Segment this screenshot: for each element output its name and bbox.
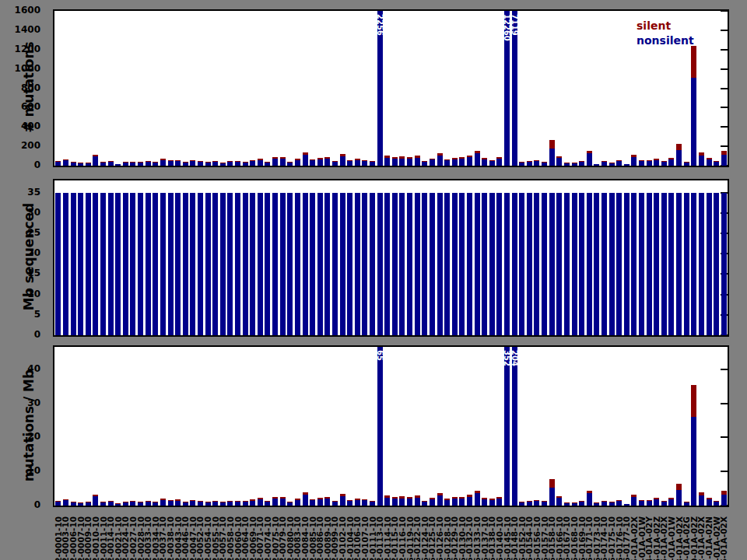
bar-silent [654, 498, 659, 499]
bar-nonsilent [287, 163, 293, 166]
bar-silent [310, 499, 315, 500]
bar-nonsilent [355, 500, 360, 506]
bar-silent [691, 385, 696, 417]
bar-nonsilent [190, 193, 195, 335]
bar-nonsilent [168, 193, 174, 335]
bar-nonsilent [475, 153, 480, 166]
bar-nonsilent [108, 502, 114, 506]
bar-silent [198, 161, 203, 162]
bar-nonsilent [108, 193, 114, 335]
bar-nonsilent [287, 193, 293, 335]
bar-value-label: 65 [375, 350, 384, 361]
bar-nonsilent [489, 193, 495, 335]
bar-nonsilent [235, 502, 240, 506]
bar-nonsilent [317, 159, 323, 166]
bar-silent [212, 161, 218, 162]
bar-nonsilent [153, 163, 158, 166]
bar-silent [459, 497, 465, 499]
bar-silent [93, 155, 98, 156]
bar-nonsilent [63, 193, 68, 335]
bar-nonsilent [384, 498, 390, 506]
bar-nonsilent [699, 495, 704, 506]
bar-nonsilent [324, 159, 330, 166]
bar-nonsilent [609, 193, 615, 335]
bar-silent [317, 158, 323, 159]
bar-silent [160, 159, 166, 160]
bar-nonsilent [280, 193, 286, 335]
bar-silent [721, 151, 727, 155]
bar-nonsilent [235, 193, 240, 335]
bar-nonsilent [542, 163, 547, 166]
y-tick-mark-right [721, 30, 728, 31]
bar-nonsilent [496, 499, 502, 506]
bar-nonsilent [86, 193, 91, 335]
bar-nonsilent [130, 163, 135, 166]
bar-nonsilent [377, 345, 383, 506]
bar-silent [482, 498, 487, 499]
bar-silent [684, 162, 689, 163]
bar-nonsilent [691, 193, 696, 335]
bar-silent [549, 479, 555, 488]
bar-silent [317, 498, 323, 499]
bar-nonsilent [668, 193, 674, 335]
bar-nonsilent [639, 501, 644, 506]
bar-silent [631, 155, 637, 157]
bar-nonsilent [86, 163, 91, 166]
bar-nonsilent [407, 159, 412, 166]
bar-nonsilent [707, 499, 712, 506]
bar-silent [422, 161, 427, 162]
bar-silent [71, 162, 76, 163]
bar-silent [572, 163, 577, 163]
bar-nonsilent [227, 162, 233, 166]
bar-nonsilent [534, 193, 539, 335]
y-tick-mark-right [721, 49, 728, 51]
bar-nonsilent [676, 150, 682, 166]
bar-nonsilent [399, 159, 405, 166]
bar-nonsilent [721, 193, 727, 335]
bar-nonsilent [317, 499, 323, 506]
bar-nonsilent [205, 502, 211, 506]
bar-silent [707, 498, 712, 499]
y-tick-mark-right [721, 68, 728, 70]
bar-nonsilent [444, 500, 450, 506]
bar-silent [370, 161, 375, 162]
bar-silent [63, 499, 68, 500]
bar-nonsilent [138, 193, 143, 335]
bar-silent [407, 157, 412, 159]
bar-nonsilent [78, 163, 83, 166]
bar-silent [100, 502, 106, 502]
bar-nonsilent [384, 158, 390, 166]
bar-nonsilent [579, 193, 584, 335]
bar-nonsilent [55, 162, 61, 166]
bar-nonsilent [714, 502, 719, 506]
panel-mb-sequenced [53, 179, 729, 337]
bar-nonsilent [71, 193, 76, 335]
bar-nonsilent [489, 500, 495, 506]
bar-silent [86, 163, 91, 163]
bar-nonsilent [115, 193, 121, 335]
y-tick-label: 0 [0, 329, 40, 340]
bar-value-label: 204 [510, 350, 519, 366]
bar-silent [415, 156, 420, 158]
bar-nonsilent [459, 159, 465, 166]
bar-silent [332, 161, 338, 162]
bar-nonsilent [437, 495, 443, 506]
bar-nonsilent [265, 163, 270, 166]
bar-nonsilent [467, 193, 472, 335]
bar-silent [459, 157, 465, 159]
bar-nonsilent [340, 193, 345, 335]
bar-nonsilent [601, 502, 607, 506]
bar-silent [183, 502, 188, 502]
bar-nonsilent [190, 501, 195, 506]
bar-silent [527, 501, 532, 502]
bar-nonsilent [138, 502, 143, 506]
bar-nonsilent [430, 499, 435, 506]
bar-silent [475, 151, 480, 153]
bar-silent [489, 499, 495, 500]
bar-nonsilent [654, 499, 659, 506]
bar-nonsilent [475, 493, 480, 506]
bar-nonsilent [310, 193, 315, 335]
y-tick-label: 200 [0, 140, 40, 151]
bar-nonsilent [362, 161, 367, 166]
bar-nonsilent [415, 193, 420, 335]
